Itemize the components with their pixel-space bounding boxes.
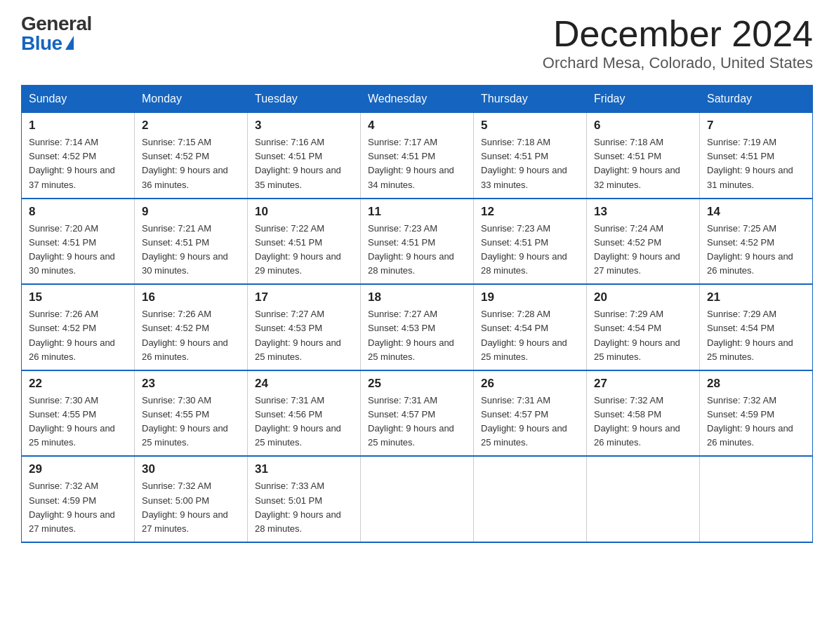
- weekday-header-row: SundayMondayTuesdayWednesdayThursdayFrid…: [22, 86, 813, 113]
- weekday-header-thursday: Thursday: [474, 86, 587, 113]
- weekday-header-saturday: Saturday: [700, 86, 813, 113]
- day-number: 5: [481, 119, 579, 133]
- day-number: 24: [255, 377, 353, 391]
- day-number: 19: [481, 290, 579, 304]
- day-info: Sunrise: 7:27 AMSunset: 4:53 PMDaylight:…: [255, 309, 341, 361]
- day-info: Sunrise: 7:23 AMSunset: 4:51 PMDaylight:…: [368, 223, 454, 276]
- weekday-header-friday: Friday: [587, 86, 700, 113]
- month-title: December 2024: [543, 14, 813, 54]
- calendar-cell: 8 Sunrise: 7:20 AMSunset: 4:51 PMDayligh…: [22, 199, 135, 285]
- day-info: Sunrise: 7:33 AMSunset: 5:01 PMDaylight:…: [255, 481, 341, 533]
- day-number: 20: [594, 290, 692, 304]
- calendar-week-row: 15 Sunrise: 7:26 AMSunset: 4:52 PMDaylig…: [22, 284, 813, 370]
- logo-triangle-icon: [65, 36, 74, 50]
- calendar-cell: 27 Sunrise: 7:32 AMSunset: 4:58 PMDaylig…: [587, 370, 700, 457]
- day-info: Sunrise: 7:32 AMSunset: 4:59 PMDaylight:…: [707, 395, 793, 448]
- calendar-week-row: 22 Sunrise: 7:30 AMSunset: 4:55 PMDaylig…: [22, 370, 813, 457]
- calendar-cell: 12 Sunrise: 7:23 AMSunset: 4:51 PMDaylig…: [474, 199, 587, 285]
- day-number: 31: [255, 462, 353, 476]
- day-info: Sunrise: 7:25 AMSunset: 4:52 PMDaylight:…: [707, 223, 793, 276]
- calendar-week-row: 29 Sunrise: 7:32 AMSunset: 4:59 PMDaylig…: [22, 456, 813, 542]
- calendar-cell: 17 Sunrise: 7:27 AMSunset: 4:53 PMDaylig…: [248, 284, 361, 370]
- day-number: 8: [29, 205, 127, 219]
- calendar-cell: 15 Sunrise: 7:26 AMSunset: 4:52 PMDaylig…: [22, 284, 135, 370]
- calendar-cell: 18 Sunrise: 7:27 AMSunset: 4:53 PMDaylig…: [361, 284, 474, 370]
- day-info: Sunrise: 7:27 AMSunset: 4:53 PMDaylight:…: [368, 309, 454, 361]
- day-number: 17: [255, 290, 353, 304]
- calendar-cell: 21 Sunrise: 7:29 AMSunset: 4:54 PMDaylig…: [700, 284, 813, 370]
- calendar-cell: 10 Sunrise: 7:22 AMSunset: 4:51 PMDaylig…: [248, 199, 361, 285]
- logo: General Blue: [21, 14, 92, 53]
- day-number: 12: [481, 205, 579, 219]
- day-number: 25: [368, 377, 466, 391]
- day-info: Sunrise: 7:26 AMSunset: 4:52 PMDaylight:…: [29, 309, 115, 361]
- calendar-cell: 13 Sunrise: 7:24 AMSunset: 4:52 PMDaylig…: [587, 199, 700, 285]
- calendar-cell: 5 Sunrise: 7:18 AMSunset: 4:51 PMDayligh…: [474, 113, 587, 199]
- day-info: Sunrise: 7:19 AMSunset: 4:51 PMDaylight:…: [707, 137, 793, 189]
- calendar-table: SundayMondayTuesdayWednesdayThursdayFrid…: [21, 85, 813, 543]
- day-number: 10: [255, 205, 353, 219]
- day-number: 7: [707, 119, 805, 133]
- day-number: 23: [142, 377, 240, 391]
- day-info: Sunrise: 7:23 AMSunset: 4:51 PMDaylight:…: [481, 223, 567, 276]
- day-number: 29: [29, 462, 127, 476]
- day-number: 6: [594, 119, 692, 133]
- day-number: 21: [707, 290, 805, 304]
- day-info: Sunrise: 7:32 AMSunset: 4:58 PMDaylight:…: [594, 395, 680, 448]
- day-number: 15: [29, 290, 127, 304]
- calendar-cell: 23 Sunrise: 7:30 AMSunset: 4:55 PMDaylig…: [135, 370, 248, 457]
- day-info: Sunrise: 7:24 AMSunset: 4:52 PMDaylight:…: [594, 223, 680, 276]
- weekday-header-sunday: Sunday: [22, 86, 135, 113]
- page-header: General Blue December 2024 Orchard Mesa,…: [21, 14, 813, 72]
- day-info: Sunrise: 7:29 AMSunset: 4:54 PMDaylight:…: [707, 309, 793, 361]
- weekday-header-wednesday: Wednesday: [361, 86, 474, 113]
- day-number: 28: [707, 377, 805, 391]
- day-number: 1: [29, 119, 127, 133]
- day-number: 27: [594, 377, 692, 391]
- day-info: Sunrise: 7:17 AMSunset: 4:51 PMDaylight:…: [368, 137, 454, 189]
- day-info: Sunrise: 7:31 AMSunset: 4:57 PMDaylight:…: [481, 395, 567, 448]
- calendar-cell: 31 Sunrise: 7:33 AMSunset: 5:01 PMDaylig…: [248, 456, 361, 542]
- day-info: Sunrise: 7:30 AMSunset: 4:55 PMDaylight:…: [142, 395, 228, 448]
- day-info: Sunrise: 7:29 AMSunset: 4:54 PMDaylight:…: [594, 309, 680, 361]
- calendar-cell: 20 Sunrise: 7:29 AMSunset: 4:54 PMDaylig…: [587, 284, 700, 370]
- calendar-cell: 9 Sunrise: 7:21 AMSunset: 4:51 PMDayligh…: [135, 199, 248, 285]
- day-number: 22: [29, 377, 127, 391]
- calendar-week-row: 8 Sunrise: 7:20 AMSunset: 4:51 PMDayligh…: [22, 199, 813, 285]
- day-info: Sunrise: 7:20 AMSunset: 4:51 PMDaylight:…: [29, 223, 115, 276]
- day-info: Sunrise: 7:28 AMSunset: 4:54 PMDaylight:…: [481, 309, 567, 361]
- day-info: Sunrise: 7:15 AMSunset: 4:52 PMDaylight:…: [142, 137, 228, 189]
- day-info: Sunrise: 7:21 AMSunset: 4:51 PMDaylight:…: [142, 223, 228, 276]
- calendar-cell: 29 Sunrise: 7:32 AMSunset: 4:59 PMDaylig…: [22, 456, 135, 542]
- day-number: 9: [142, 205, 240, 219]
- calendar-cell: 16 Sunrise: 7:26 AMSunset: 4:52 PMDaylig…: [135, 284, 248, 370]
- day-info: Sunrise: 7:14 AMSunset: 4:52 PMDaylight:…: [29, 137, 115, 189]
- calendar-cell: 6 Sunrise: 7:18 AMSunset: 4:51 PMDayligh…: [587, 113, 700, 199]
- logo-general-text: General: [21, 14, 92, 34]
- calendar-cell: [361, 456, 474, 542]
- calendar-cell: 7 Sunrise: 7:19 AMSunset: 4:51 PMDayligh…: [700, 113, 813, 199]
- day-number: 3: [255, 119, 353, 133]
- day-info: Sunrise: 7:32 AMSunset: 5:00 PMDaylight:…: [142, 481, 228, 533]
- day-number: 16: [142, 290, 240, 304]
- calendar-week-row: 1 Sunrise: 7:14 AMSunset: 4:52 PMDayligh…: [22, 113, 813, 199]
- day-number: 2: [142, 119, 240, 133]
- calendar-cell: 28 Sunrise: 7:32 AMSunset: 4:59 PMDaylig…: [700, 370, 813, 457]
- calendar-cell: 25 Sunrise: 7:31 AMSunset: 4:57 PMDaylig…: [361, 370, 474, 457]
- logo-blue-text: Blue: [21, 34, 74, 53]
- calendar-cell: 22 Sunrise: 7:30 AMSunset: 4:55 PMDaylig…: [22, 370, 135, 457]
- calendar-cell: 14 Sunrise: 7:25 AMSunset: 4:52 PMDaylig…: [700, 199, 813, 285]
- day-number: 30: [142, 462, 240, 476]
- calendar-cell: 11 Sunrise: 7:23 AMSunset: 4:51 PMDaylig…: [361, 199, 474, 285]
- calendar-cell: 26 Sunrise: 7:31 AMSunset: 4:57 PMDaylig…: [474, 370, 587, 457]
- calendar-cell: 2 Sunrise: 7:15 AMSunset: 4:52 PMDayligh…: [135, 113, 248, 199]
- calendar-cell: 19 Sunrise: 7:28 AMSunset: 4:54 PMDaylig…: [474, 284, 587, 370]
- weekday-header-tuesday: Tuesday: [248, 86, 361, 113]
- calendar-cell: 30 Sunrise: 7:32 AMSunset: 5:00 PMDaylig…: [135, 456, 248, 542]
- day-number: 18: [368, 290, 466, 304]
- day-info: Sunrise: 7:32 AMSunset: 4:59 PMDaylight:…: [29, 481, 115, 533]
- day-info: Sunrise: 7:18 AMSunset: 4:51 PMDaylight:…: [594, 137, 680, 189]
- day-info: Sunrise: 7:22 AMSunset: 4:51 PMDaylight:…: [255, 223, 341, 276]
- day-number: 26: [481, 377, 579, 391]
- day-info: Sunrise: 7:16 AMSunset: 4:51 PMDaylight:…: [255, 137, 341, 189]
